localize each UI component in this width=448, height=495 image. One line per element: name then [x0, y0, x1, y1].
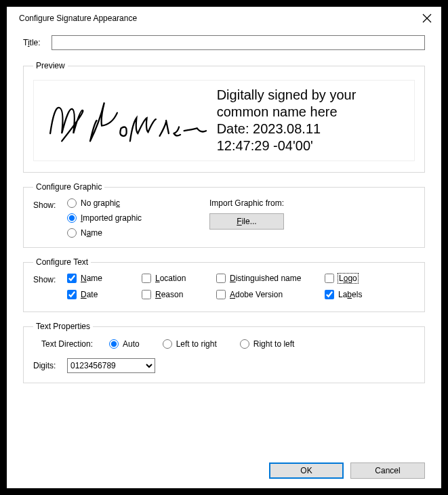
check-logo-input[interactable] — [325, 274, 334, 283]
titlebar: Configure Signature Appearance — [7, 7, 441, 28]
cg-show-label: Show: — [33, 198, 67, 238]
preview-legend: Preview — [33, 61, 68, 70]
signature-text: Digitally signed by your common name her… — [217, 87, 407, 154]
check-reason-input[interactable] — [142, 290, 151, 299]
preview-group: Preview Digitally signed by your common … — [23, 61, 425, 173]
configure-text-group: Configure Text Show: Name Location Disti… — [23, 257, 425, 312]
check-dname-input[interactable] — [216, 274, 226, 283]
text-direction-label: Text Direction: — [41, 339, 109, 349]
check-adobe-version[interactable]: Adobe Version — [216, 290, 325, 299]
check-date-input[interactable] — [67, 290, 77, 299]
radio-no-graphic[interactable]: No graphic — [67, 198, 142, 208]
preview-line4: 12:47:29 -04'00' — [217, 137, 407, 154]
check-name-input[interactable] — [67, 274, 77, 283]
radio-imported-graphic-input[interactable] — [67, 213, 77, 223]
ct-show-label: Show: — [33, 274, 67, 299]
check-location-input[interactable] — [142, 274, 151, 283]
radio-imported-graphic[interactable]: Imported graphic — [67, 213, 142, 223]
preview-line3: Date: 2023.08.11 — [217, 121, 407, 137]
check-labels[interactable]: Labels — [325, 290, 386, 299]
signature-handwriting-icon — [44, 95, 213, 146]
check-distinguished-name[interactable]: Distinguished name — [216, 274, 325, 283]
text-properties-group: Text Properties Text Direction: Auto Lef… — [23, 322, 425, 383]
configure-graphic-legend: Configure Graphic — [33, 182, 104, 192]
radio-direction-rtl[interactable]: Right to left — [240, 339, 295, 349]
preview-box: Digitally signed by your common name her… — [33, 80, 415, 161]
radio-name-graphic-input[interactable] — [67, 228, 77, 238]
check-name[interactable]: Name — [67, 274, 142, 283]
radio-direction-auto[interactable]: Auto — [109, 339, 140, 349]
configure-text-legend: Configure Text — [33, 257, 91, 267]
check-labels-input[interactable] — [325, 290, 334, 299]
configure-graphic-group: Configure Graphic Show: No graphic Impor… — [23, 182, 425, 248]
dialog-footer: OK Cancel — [269, 462, 425, 479]
radio-direction-ltr[interactable]: Left to right — [163, 339, 217, 349]
radio-no-graphic-input[interactable] — [67, 198, 77, 208]
signature-graphic — [41, 95, 217, 146]
import-graphic-label: Import Graphic from: — [209, 198, 415, 208]
title-label: Title: — [23, 38, 52, 47]
digits-select[interactable]: 0123456789 — [67, 358, 155, 373]
close-icon — [422, 14, 432, 23]
text-properties-legend: Text Properties — [33, 322, 93, 331]
dialog-title: Configure Signature Appearance — [19, 14, 137, 23]
radio-rtl-input[interactable] — [240, 339, 249, 349]
radio-ltr-input[interactable] — [163, 339, 172, 349]
close-button[interactable] — [422, 14, 432, 23]
check-logo[interactable]: Logo — [325, 274, 386, 283]
dialog-configure-signature: Configure Signature Appearance Title: Pr… — [7, 7, 441, 488]
check-reason[interactable]: Reason — [142, 290, 216, 299]
radio-auto-input[interactable] — [109, 339, 119, 349]
ok-button[interactable]: OK — [269, 462, 344, 479]
preview-line1: Digitally signed by your — [217, 87, 407, 104]
check-location[interactable]: Location — [142, 274, 216, 283]
cancel-button[interactable]: Cancel — [350, 462, 425, 479]
title-row: Title: — [23, 35, 425, 50]
digits-label: Digits: — [33, 361, 67, 370]
check-date[interactable]: Date — [67, 290, 142, 299]
preview-line2: common name here — [217, 104, 407, 121]
title-input[interactable] — [52, 35, 425, 50]
check-adobe-input[interactable] — [216, 290, 226, 299]
radio-name-graphic[interactable]: Name — [67, 228, 142, 238]
file-button[interactable]: File... — [209, 213, 284, 230]
